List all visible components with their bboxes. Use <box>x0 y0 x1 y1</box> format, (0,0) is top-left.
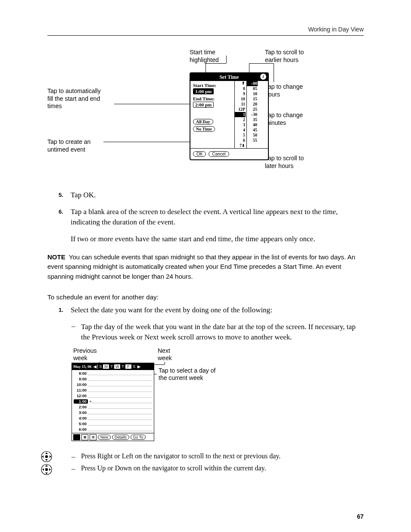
minute[interactable]: 30 <box>247 112 257 117</box>
all-day-button[interactable]: All Day <box>193 119 213 124</box>
hour[interactable]: 9 <box>235 91 245 96</box>
note-block: NOTE You can schedule events that span m… <box>47 252 364 282</box>
minute[interactable]: 35 <box>247 117 257 122</box>
time-slot[interactable] <box>88 406 152 409</box>
minute[interactable]: 05 <box>247 86 257 91</box>
hour-selected[interactable]: 1 <box>235 112 246 117</box>
time-label: 5:00 <box>74 422 88 426</box>
hour[interactable]: 3 <box>235 122 245 128</box>
leader <box>274 63 274 82</box>
page: Working in Day View Start time highlight… <box>0 0 411 532</box>
day-s2[interactable]: S <box>131 364 137 369</box>
figure-set-time: Start time highlighted Tap to scroll to … <box>47 49 364 178</box>
svg-marker-5 <box>50 455 51 458</box>
day-f[interactable]: F <box>125 364 131 369</box>
no-time-button[interactable]: No Time <box>193 126 215 132</box>
minute-selected[interactable]: 00 <box>247 81 258 86</box>
header-rule <box>47 35 364 36</box>
leader <box>103 142 190 142</box>
leader <box>249 63 274 64</box>
details-button[interactable]: Details <box>112 435 129 440</box>
time-slot[interactable] <box>88 411 152 414</box>
minute[interactable]: 25 <box>247 107 257 112</box>
annot-prev-week: Previous week <box>73 347 97 362</box>
info-icon[interactable]: i <box>260 74 266 80</box>
end-time-label: End Time: <box>193 96 233 101</box>
time-slot[interactable] <box>88 423 152 426</box>
scroll-up-icon[interactable]: ⬆ <box>235 81 245 86</box>
navigator-lr-icon <box>40 451 53 463</box>
minute[interactable]: 50 <box>247 133 257 138</box>
hour[interactable]: 11 <box>235 102 245 107</box>
day-t[interactable]: T <box>109 364 114 369</box>
hour[interactable]: 12P <box>235 107 245 112</box>
running-head: Working in Day View <box>47 26 364 33</box>
time-slot[interactable] <box>88 372 152 375</box>
minute[interactable]: 20 <box>247 102 257 107</box>
time-label: 6:00 <box>74 427 88 432</box>
svg-marker-10 <box>42 468 44 471</box>
svg-point-1 <box>45 455 48 458</box>
time-label: 10:00 <box>74 383 88 387</box>
minute[interactable]: 15 <box>247 96 257 102</box>
goto-button[interactable]: Go To <box>131 435 146 440</box>
svg-point-7 <box>45 468 48 471</box>
annot-tap-day: Tap to select a day of the current week <box>159 367 215 382</box>
hour[interactable]: 4 <box>235 128 245 133</box>
minute[interactable]: 40 <box>247 122 257 128</box>
hour[interactable]: 5 <box>235 133 245 138</box>
minute[interactable]: 55 <box>247 138 257 143</box>
svg-marker-11 <box>49 468 51 471</box>
view-month-icon[interactable]: ▤ <box>90 434 97 440</box>
day-t2[interactable]: T <box>120 364 125 369</box>
start-time-value[interactable]: 1:00 pm <box>193 88 214 94</box>
scroll-down-icon[interactable]: ⬇ <box>242 143 245 148</box>
time-slot[interactable] <box>88 389 152 392</box>
hour[interactable]: 6 <box>235 138 245 143</box>
bullet-dash: – <box>72 322 81 343</box>
annot-next-week: Next week <box>158 347 172 362</box>
end-time-value[interactable]: 2:00 pm <box>193 102 214 108</box>
leader <box>206 63 226 64</box>
minute[interactable]: 45 <box>247 128 257 133</box>
day-w[interactable]: W <box>114 364 120 369</box>
set-time-dialog: Set Time i Start Time: 1:00 pm End Time:… <box>190 72 269 160</box>
hour[interactable]: 8 <box>235 86 245 91</box>
step-text: Tap OK. <box>71 190 96 201</box>
view-day-icon[interactable] <box>73 434 80 440</box>
steps: 5. Tap OK. 6. Tap a blank area of the sc… <box>59 190 364 245</box>
leader <box>226 56 227 63</box>
hour[interactable]: 2 <box>235 117 245 122</box>
next-week-icon[interactable]: ▶ <box>137 364 141 369</box>
time-label: 8:00 <box>74 371 88 376</box>
day-s[interactable]: S <box>97 364 103 369</box>
ok-button[interactable]: OK <box>193 151 206 157</box>
svg-marker-8 <box>45 465 48 467</box>
prev-week-icon[interactable]: ◀ <box>93 364 97 369</box>
leader <box>114 104 190 104</box>
cancel-button[interactable]: Cancel <box>209 151 229 157</box>
navigator-ud-icon <box>40 464 53 476</box>
time-slot[interactable] <box>88 383 152 386</box>
minutes-column[interactable]: 00 05 10 15 20 25 30 35 40 45 50 55 <box>246 81 258 148</box>
annot-auto-fill: Tap to automatically fill the start and … <box>47 87 101 110</box>
step-number: 1. <box>59 305 71 316</box>
time-slot[interactable] <box>88 428 152 431</box>
hour[interactable]: 10 <box>235 96 245 102</box>
annot-change-minutes: Tap to change minutes <box>265 112 303 127</box>
step-number: 5. <box>59 190 71 201</box>
time-label: 3:00 <box>74 411 88 415</box>
time-label: 4:00 <box>74 416 88 420</box>
view-week-icon[interactable]: ▦ <box>81 434 88 440</box>
day-m[interactable]: M <box>103 364 109 369</box>
new-button[interactable]: New <box>98 435 111 440</box>
time-slot[interactable] <box>88 395 152 398</box>
time-slot[interactable] <box>88 417 152 420</box>
minute[interactable]: 10 <box>247 91 257 96</box>
bullet-dash: – <box>72 464 81 473</box>
time-slot[interactable] <box>88 378 152 381</box>
hours-column[interactable]: ⬆ 8 9 10 11 12P 1 2 3 4 5 6 7⬇ <box>234 81 246 148</box>
annot-scroll-earlier: Tap to scroll to earlier hours <box>265 49 304 64</box>
note-label: NOTE <box>47 253 65 261</box>
time-slot[interactable] <box>91 400 152 403</box>
